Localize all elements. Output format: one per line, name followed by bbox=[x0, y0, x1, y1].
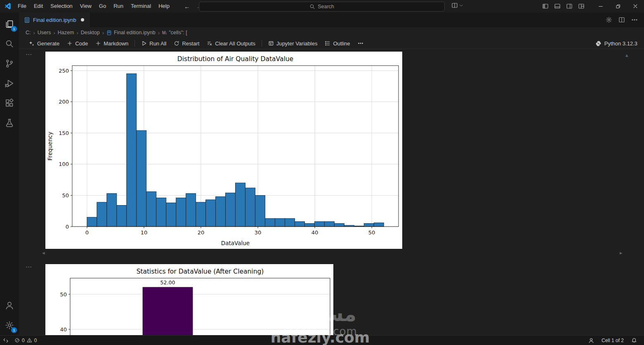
code-label: Code bbox=[75, 40, 88, 47]
activity-extensions[interactable] bbox=[0, 93, 19, 113]
svg-text:200: 200 bbox=[59, 99, 69, 105]
breadcrumb-cells[interactable]: "cells": [ bbox=[169, 30, 187, 35]
title-bar: File Edit Selection View Go Run Terminal… bbox=[0, 0, 644, 12]
command-center-search[interactable]: Search bbox=[199, 2, 445, 12]
kernel-picker[interactable]: Python 3.12.3 bbox=[595, 40, 644, 47]
customize-layout-icon[interactable] bbox=[578, 3, 585, 9]
notebook-accounts-indicator[interactable] bbox=[585, 336, 597, 345]
run-debug-icon bbox=[5, 79, 14, 88]
back-button[interactable]: ← bbox=[184, 3, 190, 10]
svg-text:52.00: 52.00 bbox=[160, 279, 175, 286]
clear-all-outputs-button[interactable]: Clear All Outputs bbox=[203, 38, 259, 48]
jupyter-variables-label: Jupyter Variables bbox=[276, 40, 317, 47]
scroll-left-arrow[interactable]: ◂ bbox=[42, 250, 45, 255]
svg-text:40: 40 bbox=[60, 326, 67, 333]
notifications-bell[interactable] bbox=[628, 336, 640, 345]
split-editor-icon[interactable] bbox=[618, 17, 625, 23]
svg-text:40: 40 bbox=[311, 229, 318, 236]
outline-label: Outline bbox=[333, 40, 350, 47]
activity-source-control[interactable] bbox=[0, 54, 19, 73]
restart-label: Restart bbox=[182, 40, 199, 47]
warnings-icon bbox=[27, 338, 32, 343]
extensions-icon bbox=[5, 99, 14, 108]
svg-text:50: 50 bbox=[368, 229, 375, 236]
menu-file[interactable]: File bbox=[14, 2, 30, 11]
histogram-output: 01020304050050100150200250Distribution o… bbox=[45, 52, 402, 249]
search-icon bbox=[5, 39, 14, 48]
menu-terminal[interactable]: Terminal bbox=[127, 2, 155, 11]
variables-icon bbox=[268, 40, 274, 46]
activity-testing[interactable] bbox=[0, 113, 19, 133]
errors-count: 0 bbox=[22, 338, 25, 343]
menu-help[interactable]: Help bbox=[155, 2, 173, 11]
svg-text:250: 250 bbox=[59, 68, 69, 74]
menu-go[interactable]: Go bbox=[95, 2, 110, 11]
run-all-icon bbox=[141, 40, 147, 46]
open-layout-dropdown[interactable] bbox=[451, 2, 463, 9]
svg-text:DataValue: DataValue bbox=[221, 240, 250, 246]
breadcrumb-file[interactable]: Final edition.ipynb bbox=[114, 30, 156, 35]
run-all-button[interactable]: Run All bbox=[137, 38, 170, 48]
modified-dot-icon[interactable] bbox=[81, 18, 84, 21]
svg-text:0: 0 bbox=[85, 229, 89, 236]
menu-edit[interactable]: Edit bbox=[30, 2, 47, 11]
scroll-up-arrow[interactable]: ▴ bbox=[625, 52, 628, 58]
toggle-panel-icon[interactable] bbox=[554, 3, 561, 9]
close-button[interactable] bbox=[627, 0, 644, 12]
account-icon bbox=[5, 301, 14, 310]
breadcrumb-separator: › bbox=[52, 30, 57, 36]
svg-text:Statistics for DataValue (Afte: Statistics for DataValue (After Cleaning… bbox=[137, 268, 264, 275]
restore-button[interactable] bbox=[609, 0, 627, 12]
add-code-cell-button[interactable]: Code bbox=[63, 38, 92, 48]
notebook-editor: ⋯ 01020304050050100150200250Distribution… bbox=[19, 49, 644, 335]
histogram-chart: 01020304050050100150200250Distribution o… bbox=[45, 52, 402, 249]
cell-actions-ellipsis[interactable]: ⋯ bbox=[26, 263, 32, 271]
tab-final-edition[interactable]: Final edition.ipynb bbox=[19, 12, 90, 27]
svg-text:10: 10 bbox=[141, 229, 148, 236]
problems-indicator[interactable]: 0 0 bbox=[12, 336, 40, 345]
svg-text:Distribution of Air Quality Da: Distribution of Air Quality DataValue bbox=[177, 55, 293, 63]
cell-indicator[interactable]: Cell 1 of 2 bbox=[599, 336, 627, 345]
breadcrumb-hazem[interactable]: Hazem bbox=[58, 30, 74, 35]
svg-text:150: 150 bbox=[59, 130, 69, 136]
breadcrumb-users[interactable]: Users bbox=[38, 30, 51, 35]
svg-text:0: 0 bbox=[66, 224, 69, 230]
generate-button[interactable]: Generate bbox=[25, 38, 63, 48]
toggle-sidebar-right-icon[interactable] bbox=[566, 3, 573, 9]
outline-button[interactable]: Outline bbox=[321, 38, 354, 48]
markdown-label: Markdown bbox=[104, 40, 128, 47]
more-actions-icon[interactable] bbox=[631, 17, 638, 23]
activity-explorer[interactable]: 1 bbox=[0, 14, 19, 34]
toolbar-more-button[interactable] bbox=[354, 38, 367, 48]
svg-text:50: 50 bbox=[62, 192, 69, 198]
menu-view[interactable]: View bbox=[76, 2, 95, 11]
scroll-right-arrow[interactable]: ▸ bbox=[620, 250, 623, 255]
minimize-button[interactable] bbox=[592, 0, 609, 12]
activity-settings[interactable]: 1 bbox=[0, 315, 19, 335]
svg-text:50: 50 bbox=[60, 291, 67, 298]
activity-search[interactable] bbox=[0, 34, 19, 54]
breadcrumb-drive[interactable]: C: bbox=[26, 30, 31, 35]
plus-icon bbox=[67, 40, 73, 46]
menu-run[interactable]: Run bbox=[110, 2, 127, 11]
toggle-sidebar-left-icon[interactable] bbox=[542, 3, 549, 9]
jupyter-variables-button[interactable]: Jupyter Variables bbox=[264, 38, 321, 48]
errors-icon bbox=[14, 338, 20, 343]
cell-actions-ellipsis[interactable]: ⋯ bbox=[26, 51, 32, 58]
stats-chart: 5040Statistics for DataValue (After Clea… bbox=[45, 264, 333, 335]
editor-settings-gear-icon[interactable] bbox=[606, 17, 612, 23]
activity-run-debug[interactable] bbox=[0, 73, 19, 93]
clear-all-outputs-label: Clear All Outputs bbox=[215, 40, 255, 47]
menu-selection[interactable]: Selection bbox=[47, 2, 76, 11]
breadcrumb-separator: › bbox=[75, 30, 79, 36]
flask-icon bbox=[5, 118, 14, 128]
breadcrumb-desktop[interactable]: Desktop bbox=[81, 30, 100, 35]
remote-indicator[interactable] bbox=[0, 336, 12, 345]
restart-button[interactable]: Restart bbox=[170, 38, 203, 48]
add-markdown-cell-button[interactable]: Markdown bbox=[92, 38, 132, 48]
activity-accounts[interactable] bbox=[0, 295, 19, 315]
breadcrumb-separator: › bbox=[101, 30, 105, 36]
notebook-icon bbox=[24, 17, 30, 23]
interpreter-label: Python 3.12.3 bbox=[604, 40, 637, 47]
bell-icon bbox=[631, 338, 637, 343]
